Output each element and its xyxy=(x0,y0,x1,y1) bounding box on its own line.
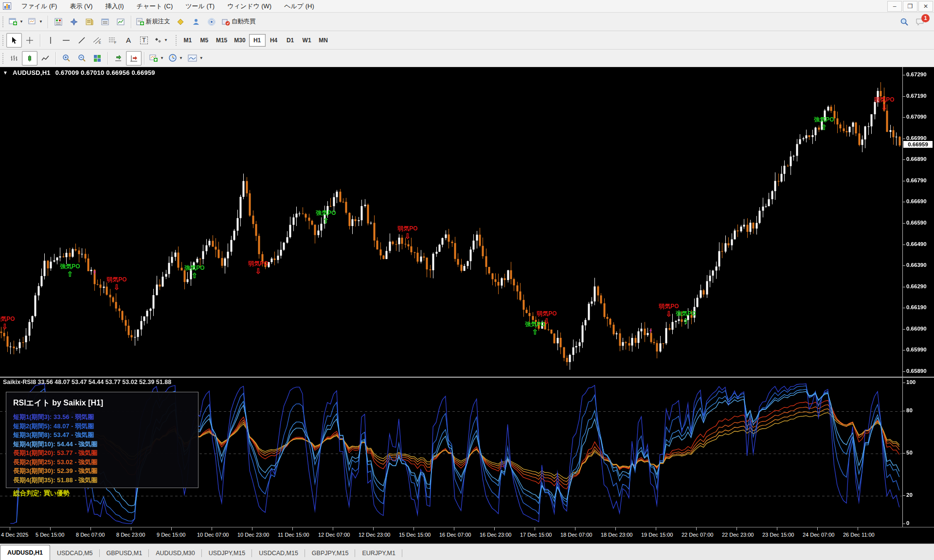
chart-tab-audusd-h1[interactable]: AUDUSD,H1 xyxy=(0,545,50,560)
fractal-mark-icon xyxy=(94,270,95,275)
market-watch-button[interactable] xyxy=(51,15,66,29)
time-axis-label: 26 Dec 11:00 xyxy=(843,532,875,538)
chart-tab-gbpusd-m1[interactable]: GBPUSD,M1 xyxy=(100,546,149,560)
search-icon[interactable] xyxy=(900,18,909,26)
menu-item-5[interactable]: ウィンドウ (W) xyxy=(221,0,278,13)
time-axis-label: 16 Dec 23:00 xyxy=(480,532,511,538)
cursor-tool-button[interactable] xyxy=(6,33,22,48)
menu-item-0[interactable]: ファイル (F) xyxy=(15,0,63,13)
chart-tab-usdjpy-m15[interactable]: USDJPY,M15 xyxy=(202,546,252,560)
bullish-arrow-icon: ⇧ xyxy=(812,124,836,130)
menu-item-4[interactable]: ツール (T) xyxy=(179,0,221,13)
chart-tab-eurjpy-m1[interactable]: EURJPY,M1 xyxy=(355,546,402,560)
menu-item-3[interactable]: チャート (C) xyxy=(130,0,180,13)
timeframe-button-m30[interactable]: M30 xyxy=(231,34,249,47)
po-label-text: 強気PO xyxy=(525,321,545,328)
current-price-box: 0.66959 xyxy=(903,141,933,148)
data-window-button[interactable] xyxy=(82,15,97,29)
text-tool-button[interactable]: A xyxy=(121,33,136,48)
new-chart-button[interactable]: ▼ xyxy=(6,15,26,29)
line-chart-button[interactable] xyxy=(37,51,53,66)
toolbar-grip[interactable] xyxy=(2,16,4,28)
time-axis-tick xyxy=(413,527,414,530)
navigator-button[interactable] xyxy=(66,15,82,29)
new-order-button[interactable]: 新規注文 xyxy=(134,15,173,29)
crosshair-tool-button[interactable] xyxy=(22,33,37,48)
time-axis-tick xyxy=(696,527,697,530)
signals-button[interactable] xyxy=(204,15,219,29)
templates-button[interactable]: ▼ xyxy=(147,51,166,66)
tile-windows-button[interactable] xyxy=(90,51,105,66)
chart-tab-audusd-m30[interactable]: AUDUSD,M30 xyxy=(149,546,202,560)
close-button[interactable]: ✕ xyxy=(918,1,933,12)
menu-item-6[interactable]: ヘルプ (H) xyxy=(278,0,321,13)
profiles-button[interactable]: ▼ xyxy=(26,15,45,29)
bar-chart-button[interactable] xyxy=(6,51,22,66)
auto-scroll-button[interactable] xyxy=(110,51,126,66)
time-axis-tick xyxy=(252,527,252,530)
horizontal-line-tool-button[interactable] xyxy=(58,33,74,48)
timeframe-button-m5[interactable]: M5 xyxy=(196,34,213,47)
bearish-arrow-icon: ⇩ xyxy=(0,324,17,330)
time-axis-label: 17 Dec 15:00 xyxy=(520,532,552,538)
notifications-icon[interactable]: 1 xyxy=(916,18,925,26)
terminal-button[interactable] xyxy=(97,15,113,29)
fibonacci-tool-button[interactable]: F xyxy=(105,33,121,48)
price-axis-label: 0.67290 xyxy=(906,71,927,77)
menu-item-2[interactable]: 挿入(I) xyxy=(99,0,130,13)
rsi-infobox-line-7: 長期4(期間35): 51.88 - 強気圏 xyxy=(13,476,191,485)
metaeditor-button[interactable] xyxy=(173,15,188,29)
po-label-text: 強気PO xyxy=(676,310,696,317)
indicators-button[interactable]: ▼ xyxy=(185,51,206,66)
chart-tab-usdcad-m5[interactable]: USDCAD,M5 xyxy=(50,546,100,560)
candlestick-chart-button[interactable] xyxy=(22,51,37,66)
timeframe-button-m1[interactable]: M1 xyxy=(180,34,196,47)
time-axis[interactable]: 4 Dec 20255 Dec 15:008 Dec 07:008 Dec 23… xyxy=(0,527,934,543)
timeframe-button-d1[interactable]: D1 xyxy=(282,34,299,47)
community-button[interactable] xyxy=(188,15,204,29)
window-controls: – ❐ ✕ xyxy=(887,1,934,12)
toolbar-grip[interactable] xyxy=(175,35,178,46)
zoom-out-button[interactable] xyxy=(74,51,90,66)
time-axis-tick xyxy=(535,527,535,530)
timeframe-button-w1[interactable]: W1 xyxy=(299,34,315,47)
collapse-triangle-icon[interactable]: ▼ xyxy=(3,70,8,75)
vertical-line-tool-button[interactable] xyxy=(43,33,58,48)
chart-tab-usdcad-m15[interactable]: USDCAD,M15 xyxy=(252,546,305,560)
zoom-in-button[interactable] xyxy=(58,51,74,66)
time-axis-label: 24 Dec 07:00 xyxy=(803,532,834,538)
text-label-tool-button[interactable]: T xyxy=(136,33,152,48)
time-axis-label: 11 Dec 15:00 xyxy=(278,532,309,538)
chart-tab-gbpjpy-m15[interactable]: GBPJPY,M15 xyxy=(305,546,356,560)
chart-area[interactable]: ▼ AUDUSD,H1 0.67009 0.67010 0.66956 0.66… xyxy=(0,67,934,543)
time-axis-label: 19 Dec 15:00 xyxy=(641,532,673,538)
chevron-down-icon: ▼ xyxy=(199,56,203,60)
timeframe-button-m15[interactable]: M15 xyxy=(213,34,231,47)
chart-tab-bar: AUDUSD,H1USDCAD,M5GBPUSD,M1AUDUSD,M30USD… xyxy=(0,543,934,560)
trendline-tool-button[interactable] xyxy=(74,33,90,48)
strategy-tester-button[interactable] xyxy=(113,15,128,29)
equidistant-channel-tool-button[interactable]: E xyxy=(90,33,105,48)
time-axis-tick xyxy=(615,527,616,530)
time-axis-tick xyxy=(858,527,858,530)
time-axis-tick xyxy=(494,527,495,530)
menu-item-1[interactable]: 表示 (V) xyxy=(63,0,99,13)
chart-shift-button[interactable] xyxy=(126,51,142,66)
timeframe-button-mn[interactable]: MN xyxy=(315,34,332,47)
periods-button[interactable]: ▼ xyxy=(166,51,185,66)
shapes-tool-button[interactable]: ▼ xyxy=(152,33,170,48)
po-label-bull: 強気PO⇧ xyxy=(314,209,338,224)
po-label-bear: 弱気PO⇩ xyxy=(872,96,897,110)
toolbar-grip[interactable] xyxy=(2,35,4,46)
price-axis-border xyxy=(902,67,903,527)
autotrading-button[interactable]: 自動売買 xyxy=(219,15,258,29)
minimize-button[interactable]: – xyxy=(887,1,902,12)
timeframe-button-h1[interactable]: H1 xyxy=(249,34,266,47)
time-axis-tick xyxy=(333,527,333,530)
timeframe-button-h4[interactable]: H4 xyxy=(266,34,282,47)
restore-button[interactable]: ❐ xyxy=(903,1,917,12)
time-axis-tick xyxy=(10,527,10,530)
panel-splitter[interactable] xyxy=(0,377,934,378)
indicator-header: Saikix-RSI8 33.56 48.07 53.47 54.44 53.7… xyxy=(3,379,171,385)
toolbar-grip[interactable] xyxy=(2,52,4,64)
